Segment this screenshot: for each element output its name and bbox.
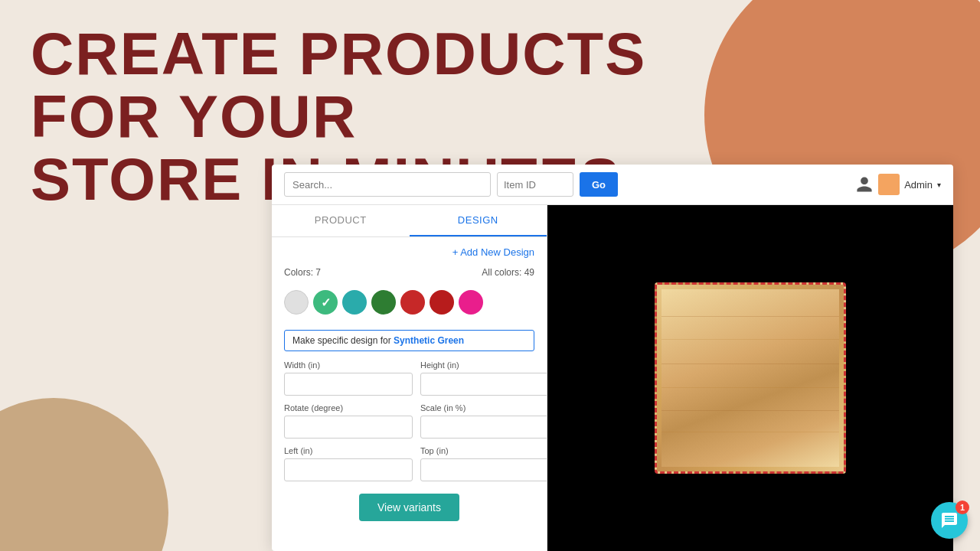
field-label-scale: Scale (in %)	[420, 403, 547, 412]
left-panel: PRODUCT DESIGN + Add New Design Colors: …	[272, 205, 547, 551]
field-label-height: Height (in)	[420, 360, 547, 370]
header-bar: Go Admin ▾	[272, 165, 953, 205]
chevron-down-icon: ▾	[937, 181, 941, 189]
swatch-red2[interactable]	[430, 290, 454, 315]
field-group-scale: Scale (in %)	[420, 403, 547, 439]
field-input-left[interactable]	[284, 458, 413, 481]
field-input-scale[interactable]	[420, 416, 547, 439]
swatch-green-dark[interactable]	[371, 290, 396, 315]
field-input-top[interactable]	[420, 458, 547, 481]
admin-label: Admin	[904, 179, 933, 191]
colors-row: Colors: 7 All colors: 49	[284, 267, 534, 278]
app-panel: Go Admin ▾ PRODUCT DESIGN + Add New Desi…	[272, 165, 953, 551]
field-label-rotate: Rotate (degree)	[284, 403, 413, 412]
design-content: + Add New Design Colors: 7 All colors: 4…	[272, 237, 547, 530]
field-group-top: Top (in)	[420, 446, 547, 481]
tab-design[interactable]: DESIGN	[410, 205, 547, 236]
search-input[interactable]	[284, 172, 491, 197]
swatch-green-light[interactable]	[313, 290, 338, 315]
wood-grain-3	[662, 364, 839, 364]
fields-grid: Width (in) Height (in) Rotate (degree) S…	[284, 360, 534, 481]
product-preview	[655, 282, 846, 474]
user-icon	[855, 175, 874, 194]
hero-title-line1: CREATE PRODUCTS FOR YOUR	[31, 23, 658, 148]
wood-grain-5	[662, 410, 839, 411]
specific-design-prefix: Make specific design for	[292, 335, 394, 346]
item-id-input[interactable]	[497, 172, 573, 197]
field-label-left: Left (in)	[284, 446, 413, 455]
swatch-white[interactable]	[284, 290, 309, 315]
go-button[interactable]: Go	[580, 172, 618, 197]
chat-icon	[940, 511, 959, 530]
field-label-width: Width (in)	[284, 360, 413, 370]
field-label-top: Top (in)	[420, 446, 547, 455]
swatch-red[interactable]	[400, 290, 425, 315]
color-swatches	[284, 290, 534, 315]
field-group-width: Width (in)	[284, 360, 413, 396]
view-variants-button[interactable]: View variants	[359, 494, 459, 521]
wood-grain-2	[662, 339, 839, 340]
product-preview-inner	[662, 289, 839, 467]
field-input-rotate[interactable]	[284, 416, 413, 439]
specific-design-button[interactable]: Make specific design for Synthetic Green	[284, 330, 534, 351]
field-input-height[interactable]	[420, 373, 547, 396]
chat-button[interactable]: 1	[931, 502, 968, 539]
field-group-left: Left (in)	[284, 446, 413, 481]
tabs: PRODUCT DESIGN	[272, 205, 547, 237]
admin-area[interactable]: Admin ▾	[855, 174, 941, 195]
all-colors-dropdown[interactable]: All colors: 49	[482, 267, 534, 278]
field-group-height: Height (in)	[420, 360, 547, 396]
wood-grain-6	[662, 432, 839, 432]
field-input-width[interactable]	[284, 373, 413, 396]
admin-avatar	[878, 174, 900, 195]
swatch-pink[interactable]	[459, 290, 483, 315]
wood-grain-1	[662, 316, 839, 317]
bg-decoration-bottom-left	[0, 398, 168, 551]
tab-product[interactable]: PRODUCT	[272, 205, 410, 236]
chat-badge: 1	[956, 500, 969, 514]
wood-grain-4	[662, 387, 839, 388]
swatch-teal[interactable]	[342, 290, 367, 315]
content-area: PRODUCT DESIGN + Add New Design Colors: …	[272, 205, 953, 551]
add-design-link[interactable]: + Add New Design	[284, 246, 534, 258]
colors-count-label: Colors: 7	[284, 267, 321, 278]
preview-panel	[547, 205, 953, 551]
field-group-rotate: Rotate (degree)	[284, 403, 413, 439]
specific-design-color: Synthetic Green	[394, 335, 464, 346]
